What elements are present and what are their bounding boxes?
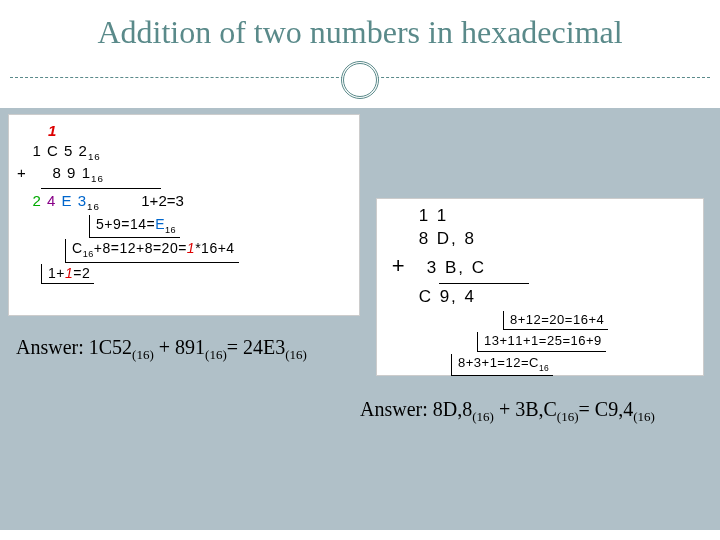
divider xyxy=(0,59,720,99)
slide: Addition of two numbers in hexadecimal 1… xyxy=(0,0,720,540)
divider-circle-icon xyxy=(341,61,379,99)
step2-2: 13+11+1=25=16+9 xyxy=(477,330,695,352)
result-row-2: C 9, 4 xyxy=(385,286,695,309)
step-4: 1+1=2 xyxy=(41,263,351,284)
step2-3: 8+3+1=12=C16 xyxy=(451,352,695,376)
operand2-1: 8 D, 8 xyxy=(385,228,695,251)
step-3: C16+8=12+8=20=1*16+4 xyxy=(65,238,351,263)
answer-2: Answer: 8D,8(16) + 3B,C(16)= C9,4(16) xyxy=(360,398,655,425)
carry-row: 1 xyxy=(17,121,351,141)
slide-title: Addition of two numbers in hexadecimal xyxy=(0,0,720,59)
operand-2: + 8 9 116 xyxy=(17,163,351,186)
example-2: 1 1 8 D, 8 + 3 B, C C 9, 4 8+12=20=16+4 … xyxy=(376,198,704,376)
rule-line xyxy=(41,188,161,189)
content-area: 1 1 C 5 216 + 8 9 116 2 4 E 316 1+2=3 5+… xyxy=(0,108,720,530)
carry-row-2: 1 1 xyxy=(385,205,695,228)
rule-line-2 xyxy=(439,283,529,284)
example-1: 1 1 C 5 216 + 8 9 116 2 4 E 316 1+2=3 5+… xyxy=(8,114,360,316)
result-row: 2 4 E 316 1+2=3 xyxy=(17,191,351,214)
operand-1: 1 C 5 216 xyxy=(17,141,351,164)
operand2-2: + 3 B, C xyxy=(385,251,695,281)
answer-1: Answer: 1C52(16) + 891(16)= 24E3(16) xyxy=(16,336,307,363)
step-2: 5+9=14=E16 xyxy=(89,214,351,239)
step2-1: 8+12=20=16+4 xyxy=(503,309,695,331)
step-1: 1+2=3 xyxy=(141,192,184,209)
